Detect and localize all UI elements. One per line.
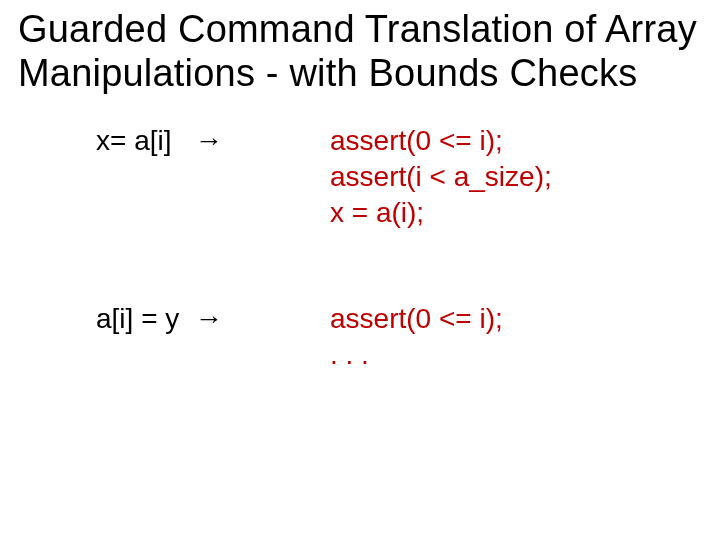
slide: Guarded Command Translation of Array Man… (0, 0, 720, 540)
row2-translation: assert(0 <= i); . . . (330, 301, 702, 373)
row1-translation: assert(0 <= i); assert(i < a_size); x = … (330, 123, 702, 230)
row2-source: a[i] = y → (96, 301, 306, 373)
slide-title: Guarded Command Translation of Array Man… (18, 8, 702, 95)
row1-source: x= a[i] → (96, 123, 306, 230)
content-grid: x= a[i] → assert(0 <= i); assert(i < a_s… (96, 123, 702, 372)
